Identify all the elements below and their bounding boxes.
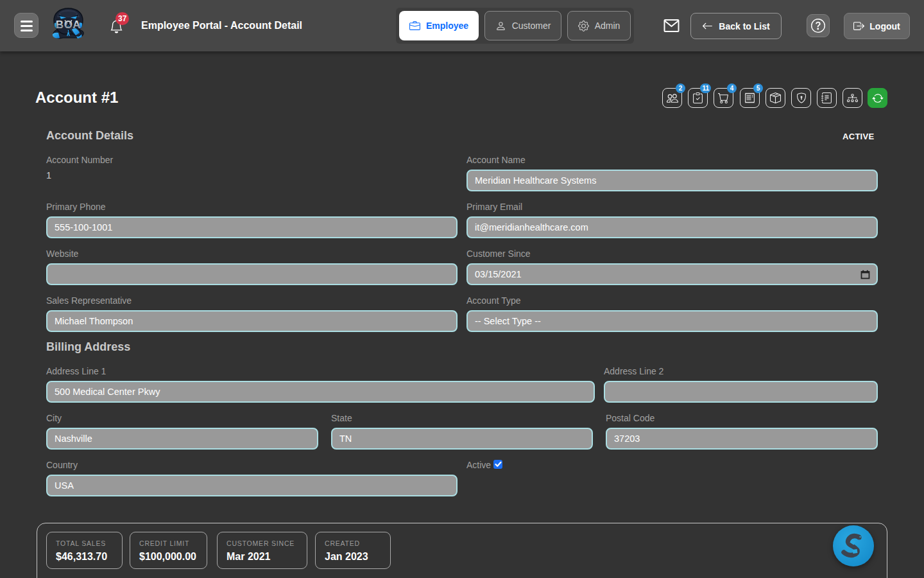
svg-text:BOA: BOA [56, 19, 81, 31]
